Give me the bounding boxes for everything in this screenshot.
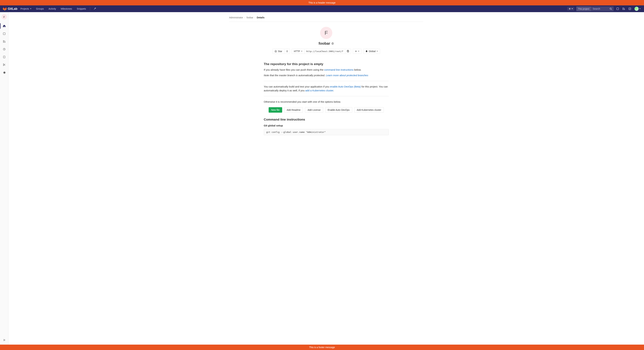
new-dropdown[interactable]: [567, 7, 574, 11]
merge-requests-icon[interactable]: [622, 7, 626, 11]
rocket-icon: [3, 48, 6, 51]
svg-point-10: [3, 40, 4, 41]
divider: [264, 96, 389, 96]
svg-rect-21: [355, 51, 356, 51]
add-k8s-link[interactable]: add a Kubernetes cluster: [305, 89, 333, 92]
gitlab-logo[interactable]: GitLab: [3, 7, 18, 11]
svg-point-11: [3, 42, 4, 42]
text: .: [333, 89, 334, 92]
add-kubernetes-button[interactable]: Add Kubernetes cluster: [354, 107, 384, 113]
cli-setup-title: Git global setup: [264, 124, 389, 127]
chevron-down-icon: [358, 51, 359, 52]
clone-protocol-dropdown[interactable]: HTTP: [292, 49, 304, 54]
svg-line-3: [611, 9, 612, 10]
clone-protocol-label: HTTP: [294, 50, 300, 53]
sidebar-expand[interactable]: [0, 337, 8, 343]
chevron-down-icon: [639, 8, 640, 9]
merge-icon: [3, 40, 6, 43]
project-sidebar: F: [0, 12, 8, 350]
divider: [264, 81, 389, 81]
footer-banner: This is a footer message: [0, 345, 644, 350]
empty-p1: If you already have files you can push t…: [264, 68, 389, 72]
clone-url-input[interactable]: [304, 49, 345, 54]
enable-auto-devops-button[interactable]: Enable Auto DevOps: [325, 107, 352, 113]
plus-icon: [355, 50, 357, 52]
project-add-dropdown[interactable]: [353, 49, 362, 54]
svg-point-7: [624, 9, 625, 10]
cli-setup-code[interactable]: git config --global user.name "Administr…: [264, 129, 389, 135]
project-action-row: Star 0 HTTP: [229, 49, 423, 54]
clipboard-icon: [347, 50, 349, 52]
breadcrumb-owner[interactable]: Administrator: [229, 16, 243, 19]
star-button[interactable]: Star: [272, 49, 284, 54]
issues-icon[interactable]: [616, 7, 620, 11]
svg-point-5: [623, 8, 624, 8]
text: below.: [354, 68, 361, 71]
project-header: F foobar Star 0 HTTP: [229, 22, 423, 57]
search-input[interactable]: [591, 6, 608, 11]
header-banner: This is a header message: [0, 0, 644, 5]
copy-url-button[interactable]: [345, 49, 351, 54]
svg-rect-9: [3, 33, 5, 35]
breadcrumb-current: Details: [257, 16, 264, 19]
cli-title: Command line instructions: [264, 118, 389, 121]
sidebar-item-wiki[interactable]: [0, 54, 8, 60]
top-navbar: GitLab Projects Groups Activity Mileston…: [0, 5, 644, 12]
chevron-down-icon: [572, 8, 573, 9]
sidebar-item-home[interactable]: [0, 22, 8, 29]
sidebar-project-avatar[interactable]: F: [2, 14, 7, 19]
text: If you already have files you can push t…: [264, 68, 324, 71]
sidebar-item-cicd[interactable]: [0, 46, 8, 53]
star-count[interactable]: 0: [284, 49, 290, 54]
gear-icon: [3, 71, 6, 74]
breadcrumb-separator: ›: [255, 16, 256, 19]
protected-branches-link[interactable]: Learn more about protected branches: [326, 74, 368, 77]
nav-milestones[interactable]: Milestones: [59, 6, 74, 12]
nav-activity[interactable]: Activity: [47, 6, 58, 12]
star-group: Star 0: [272, 49, 290, 54]
star-icon: [274, 50, 277, 52]
add-readme-button[interactable]: Add Readme: [284, 107, 303, 113]
empty-p4: Otherwise it is recommended you start wi…: [264, 100, 389, 104]
home-icon: [3, 25, 6, 27]
search-scope[interactable]: This project: [576, 6, 591, 11]
svg-point-15: [3, 64, 4, 64]
search-icon[interactable]: [608, 6, 614, 11]
cli-section: Command line instructions Git global set…: [264, 118, 389, 135]
nav-groups[interactable]: Groups: [34, 6, 46, 12]
cli-instructions-link[interactable]: command line instructions: [324, 68, 354, 71]
breadcrumb-project[interactable]: foobar: [246, 16, 253, 19]
chevron-down-icon: [301, 51, 302, 52]
book-icon: [3, 56, 6, 58]
sidebar-item-settings[interactable]: [0, 69, 8, 76]
tanuki-icon: [3, 7, 7, 11]
svg-point-6: [623, 9, 624, 10]
empty-repo-section: The repository for this project is empty…: [264, 62, 389, 104]
breadcrumb: Administrator › foobar › Details: [229, 15, 423, 22]
new-file-button[interactable]: New file: [269, 107, 282, 113]
user-menu[interactable]: [634, 6, 641, 11]
sidebar-item-snippets[interactable]: [0, 61, 8, 68]
nav-snippets[interactable]: Snippets: [75, 6, 88, 12]
main-content: Administrator › foobar › Details F fooba…: [222, 12, 430, 350]
text: You can automatically build and test you…: [264, 85, 330, 88]
svg-rect-1: [569, 8, 571, 9]
plus-icon: [568, 7, 571, 10]
add-dropdown-group: [353, 49, 362, 54]
user-avatar-icon: [634, 7, 638, 11]
project-name: foobar: [318, 41, 330, 46]
text: Note that the master branch is automatic…: [264, 74, 326, 77]
sidebar-item-merge-requests[interactable]: [0, 38, 8, 45]
project-avatar: F: [320, 27, 332, 39]
enable-auto-devops-link[interactable]: enable Auto DevOps (Beta): [330, 85, 361, 88]
notification-dropdown[interactable]: Global: [363, 49, 380, 54]
nav-separator: [90, 7, 90, 10]
search-container: This project: [576, 6, 614, 11]
admin-wrench-icon[interactable]: [92, 6, 97, 11]
breadcrumb-separator: ›: [244, 16, 245, 19]
empty-p3: You can automatically build and test you…: [264, 85, 389, 92]
todos-icon[interactable]: [628, 7, 632, 11]
sidebar-item-repository[interactable]: [0, 30, 8, 37]
add-license-button[interactable]: Add License: [305, 107, 323, 113]
nav-projects[interactable]: Projects: [19, 6, 33, 12]
